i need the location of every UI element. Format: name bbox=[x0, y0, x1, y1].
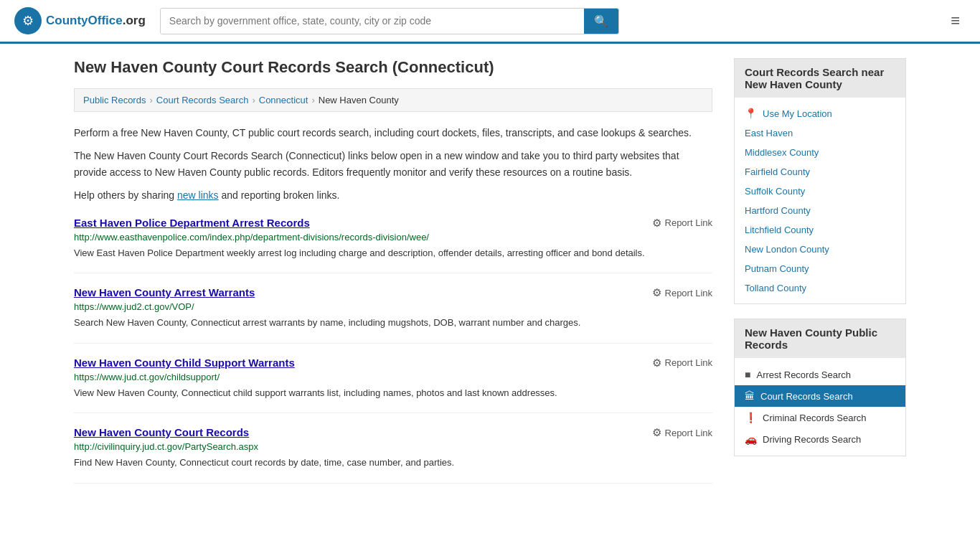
description-2: The New Haven County Court Records Searc… bbox=[74, 148, 712, 180]
sidebar-public-record-item[interactable]: ■Arrest Records Search bbox=[735, 364, 905, 385]
sidebar-nav-label: Arrest Records Search bbox=[756, 369, 851, 380]
site-header: ⚙ CountyOffice.org 🔍 ≡ bbox=[0, 0, 980, 44]
record-title[interactable]: East Haven Police Department Arrest Reco… bbox=[74, 217, 310, 229]
sidebar: Court Records Search near New Haven Coun… bbox=[734, 58, 906, 496]
sidebar-link-label: Suffolk County bbox=[745, 186, 805, 197]
sidebar-nearby-link[interactable]: East Haven bbox=[735, 123, 905, 143]
sidebar-nearby-title: Court Records Search near New Haven Coun… bbox=[735, 59, 905, 98]
sidebar-public-records-section: New Haven County Public Records ■Arrest … bbox=[734, 319, 906, 456]
record-title[interactable]: New Haven County Child Support Warrants bbox=[74, 357, 295, 369]
record-description: View New Haven County, Connecticut child… bbox=[74, 386, 712, 400]
report-link-label: Report Link bbox=[665, 288, 712, 298]
report-icon: ⚙ bbox=[652, 217, 661, 230]
report-link[interactable]: ⚙ Report Link bbox=[652, 357, 712, 369]
record-description: Find New Haven County, Connecticut court… bbox=[74, 456, 712, 470]
breadcrumb: Public Records › Court Records Search › … bbox=[74, 88, 712, 112]
nav-icon: 🚗 bbox=[745, 433, 757, 445]
sidebar-link-label: Tolland County bbox=[745, 283, 806, 293]
sidebar-public-links: ■Arrest Records Search🏛Court Records Sea… bbox=[735, 358, 905, 456]
record-url[interactable]: https://www.jud.ct.gov/childsupport/ bbox=[74, 372, 712, 382]
sidebar-link-label: Use My Location bbox=[763, 108, 832, 119]
sidebar-nearby-link[interactable]: Putnam County bbox=[735, 259, 905, 278]
record-url[interactable]: http://civilinquiry.jud.ct.gov/PartySear… bbox=[74, 441, 712, 452]
record-url[interactable]: http://www.easthavenpolice.com/index.php… bbox=[74, 232, 712, 242]
sidebar-nearby-link[interactable]: Fairfield County bbox=[735, 162, 905, 182]
record-title-row: New Haven County Arrest Warrants ⚙ Repor… bbox=[74, 286, 712, 299]
record-item: East Haven Police Department Arrest Reco… bbox=[74, 217, 712, 274]
sidebar-public-records-title: New Haven County Public Records bbox=[735, 319, 905, 358]
breadcrumb-connecticut[interactable]: Connecticut bbox=[259, 95, 308, 105]
sidebar-nearby-section: Court Records Search near New Haven Coun… bbox=[734, 58, 906, 304]
record-title[interactable]: New Haven County Court Records bbox=[74, 426, 249, 438]
record-title-row: East Haven Police Department Arrest Reco… bbox=[74, 217, 712, 230]
description-3: Help others by sharing new links and rep… bbox=[74, 187, 712, 203]
nav-icon: 🏛 bbox=[745, 390, 755, 402]
sidebar-nearby-link[interactable]: New London County bbox=[735, 240, 905, 259]
report-link[interactable]: ⚙ Report Link bbox=[652, 286, 712, 299]
sidebar-link-label: New London County bbox=[745, 244, 829, 255]
page-content: New Haven County Court Records Search (C… bbox=[60, 44, 920, 511]
sidebar-link-label: Putnam County bbox=[745, 263, 809, 274]
sidebar-nearby-links: 📍Use My LocationEast HavenMiddlesex Coun… bbox=[735, 98, 905, 303]
menu-button[interactable]: ≡ bbox=[945, 9, 966, 33]
new-links-link[interactable]: new links bbox=[177, 189, 219, 201]
breadcrumb-court-records-search[interactable]: Court Records Search bbox=[156, 95, 249, 105]
sidebar-nav-label: Criminal Records Search bbox=[763, 413, 867, 423]
sidebar-link-label: Middlesex County bbox=[745, 147, 819, 158]
search-button[interactable]: 🔍 bbox=[584, 9, 618, 34]
report-icon: ⚙ bbox=[652, 426, 661, 439]
search-input[interactable] bbox=[161, 9, 584, 34]
sidebar-link-label: Litchfield County bbox=[745, 225, 814, 235]
record-description: View East Haven Police Department weekly… bbox=[74, 246, 712, 260]
sidebar-nav-label: Driving Records Search bbox=[763, 434, 861, 445]
report-link[interactable]: ⚙ Report Link bbox=[652, 426, 712, 439]
breadcrumb-current: New Haven County bbox=[319, 95, 399, 105]
sidebar-nearby-link[interactable]: Litchfield County bbox=[735, 220, 905, 240]
sidebar-link-label: Hartford County bbox=[745, 205, 811, 216]
sidebar-link-label: East Haven bbox=[745, 128, 793, 138]
report-icon: ⚙ bbox=[652, 357, 661, 369]
sidebar-nearby-link[interactable]: Suffolk County bbox=[735, 182, 905, 201]
sidebar-use-my-location[interactable]: 📍Use My Location bbox=[735, 103, 905, 123]
logo-text: CountyOffice.org bbox=[46, 14, 146, 28]
report-link-label: Report Link bbox=[665, 217, 712, 228]
search-bar: 🔍 bbox=[160, 8, 619, 34]
sidebar-nav-label: Court Records Search bbox=[760, 391, 853, 402]
record-title-row: New Haven County Court Records ⚙ Report … bbox=[74, 426, 712, 439]
record-item: New Haven County Child Support Warrants … bbox=[74, 357, 712, 414]
location-icon: 📍 bbox=[745, 108, 757, 119]
breadcrumb-public-records[interactable]: Public Records bbox=[83, 95, 146, 105]
records-list: East Haven Police Department Arrest Reco… bbox=[74, 217, 712, 484]
record-url[interactable]: https://www.jud2.ct.gov/VOP/ bbox=[74, 301, 712, 312]
report-link[interactable]: ⚙ Report Link bbox=[652, 217, 712, 230]
sidebar-nearby-link[interactable]: Tolland County bbox=[735, 278, 905, 298]
sidebar-nearby-link[interactable]: Middlesex County bbox=[735, 143, 905, 162]
logo[interactable]: ⚙ CountyOffice.org bbox=[14, 7, 146, 34]
report-link-label: Report Link bbox=[665, 357, 712, 368]
record-item: New Haven County Court Records ⚙ Report … bbox=[74, 426, 712, 484]
description-1: Perform a free New Haven County, CT publ… bbox=[74, 125, 712, 141]
logo-icon: ⚙ bbox=[14, 7, 42, 34]
sidebar-public-record-item[interactable]: ❗Criminal Records Search bbox=[735, 407, 905, 428]
sidebar-public-record-item[interactable]: 🏛Court Records Search bbox=[735, 385, 905, 407]
nav-icon: ■ bbox=[745, 369, 750, 380]
nav-icon: ❗ bbox=[745, 412, 757, 423]
page-title: New Haven County Court Records Search (C… bbox=[74, 58, 712, 77]
record-title-row: New Haven County Child Support Warrants … bbox=[74, 357, 712, 369]
sidebar-link-label: Fairfield County bbox=[745, 166, 810, 177]
sidebar-nearby-link[interactable]: Hartford County bbox=[735, 201, 905, 220]
report-icon: ⚙ bbox=[652, 286, 661, 299]
record-description: Search New Haven County, Connecticut arr… bbox=[74, 316, 712, 330]
report-link-label: Report Link bbox=[665, 428, 712, 438]
record-item: New Haven County Arrest Warrants ⚙ Repor… bbox=[74, 286, 712, 344]
record-title[interactable]: New Haven County Arrest Warrants bbox=[74, 286, 255, 298]
main-column: New Haven County Court Records Search (C… bbox=[74, 58, 712, 496]
sidebar-public-record-item[interactable]: 🚗Driving Records Search bbox=[735, 428, 905, 450]
